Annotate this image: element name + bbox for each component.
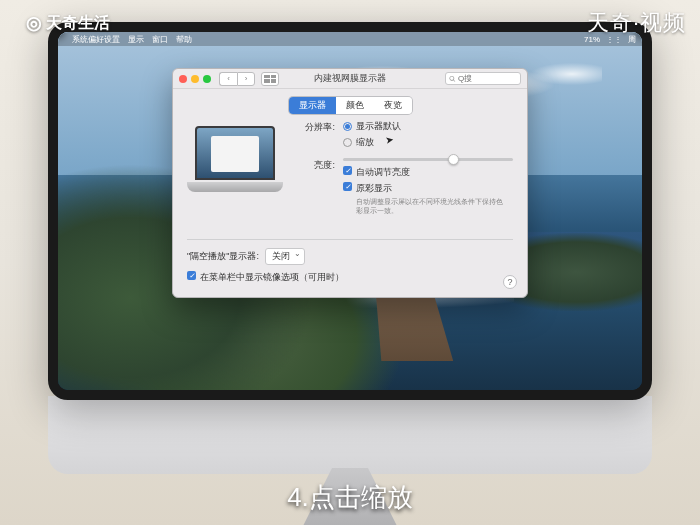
auto-brightness-label: 自动调节亮度 (356, 166, 410, 179)
watermark-top-left: 天奇生活 (26, 12, 110, 34)
checkbox-auto-brightness[interactable]: ✓自动调节亮度 (343, 166, 513, 179)
menu-display[interactable]: 显示 (128, 34, 144, 45)
truetone-hint: 自动调整显示屏以在不同环境光线条件下保持色彩显示一致。 (356, 197, 503, 215)
show-mirror-label: 在菜单栏中显示镜像选项（可用时） (200, 271, 344, 284)
truetone-label: 原彩显示 (356, 183, 392, 193)
forward-button[interactable]: › (237, 72, 255, 86)
radio-default-label: 显示器默认 (356, 120, 401, 133)
tab-display[interactable]: 显示器 (289, 97, 336, 114)
resolution-label: 分辨率: (297, 120, 335, 152)
radio-resolution-scaled[interactable]: 缩放 (343, 136, 513, 149)
app-name[interactable]: 系统偏好设置 (72, 34, 120, 45)
search-field[interactable] (445, 72, 521, 85)
show-all-button[interactable] (261, 72, 279, 86)
brightness-label: 亮度: (297, 158, 335, 218)
airplay-label: "隔空播放"显示器: (187, 250, 259, 263)
back-button[interactable]: ‹ (219, 72, 237, 86)
zoom-button[interactable] (203, 75, 211, 83)
instruction-subtitle: 4.点击缩放 (287, 480, 413, 515)
slider-thumb[interactable] (448, 154, 459, 165)
radio-resolution-default[interactable]: 显示器默认 (343, 120, 513, 133)
menu-window[interactable]: 窗口 (152, 34, 168, 45)
nav-back-forward: ‹ › (219, 72, 255, 86)
display-preview (187, 120, 283, 224)
imac-screen: 系统偏好设置 显示 窗口 帮助 71% ⋮⋮ 周 (48, 22, 652, 400)
window-titlebar[interactable]: ‹ › 内建视网膜显示器 (173, 69, 527, 89)
airplay-dropdown[interactable]: 关闭 (265, 248, 305, 265)
laptop-thumbnail (187, 126, 283, 192)
imac-frame: 系统偏好设置 显示 窗口 帮助 71% ⋮⋮ 周 (48, 22, 652, 502)
brightness-slider[interactable] (343, 158, 513, 161)
imac-chin (48, 396, 652, 474)
macos-menubar[interactable]: 系统偏好设置 显示 窗口 帮助 71% ⋮⋮ 周 (58, 32, 642, 46)
tab-nightshift[interactable]: 夜览 (374, 97, 412, 114)
macos-desktop[interactable]: 系统偏好设置 显示 窗口 帮助 71% ⋮⋮ 周 (58, 32, 642, 390)
tab-color[interactable]: 颜色 (336, 97, 374, 114)
minimize-button[interactable] (191, 75, 199, 83)
radio-scaled-label: 缩放 (356, 136, 374, 149)
search-icon (449, 75, 456, 83)
menu-help[interactable]: 帮助 (176, 34, 192, 45)
checkbox-show-mirror-menu[interactable]: ✓在菜单栏中显示镜像选项（可用时） (187, 271, 513, 284)
watermark-top-right: 天奇·视频 (587, 8, 686, 38)
close-button[interactable] (179, 75, 187, 83)
checkbox-truetone[interactable]: ✓ 原彩显示 自动调整显示屏以在不同环境光线条件下保持色彩显示一致。 (343, 182, 513, 215)
separator (187, 239, 513, 240)
displays-prefpane: ‹ › 内建视网膜显示器 显示器 颜色 夜览 (172, 68, 528, 298)
search-input[interactable] (458, 74, 517, 83)
traffic-lights (179, 75, 211, 83)
tab-segmented-control: 显示器 颜色 夜览 (173, 89, 527, 120)
help-button[interactable]: ? (503, 275, 517, 289)
